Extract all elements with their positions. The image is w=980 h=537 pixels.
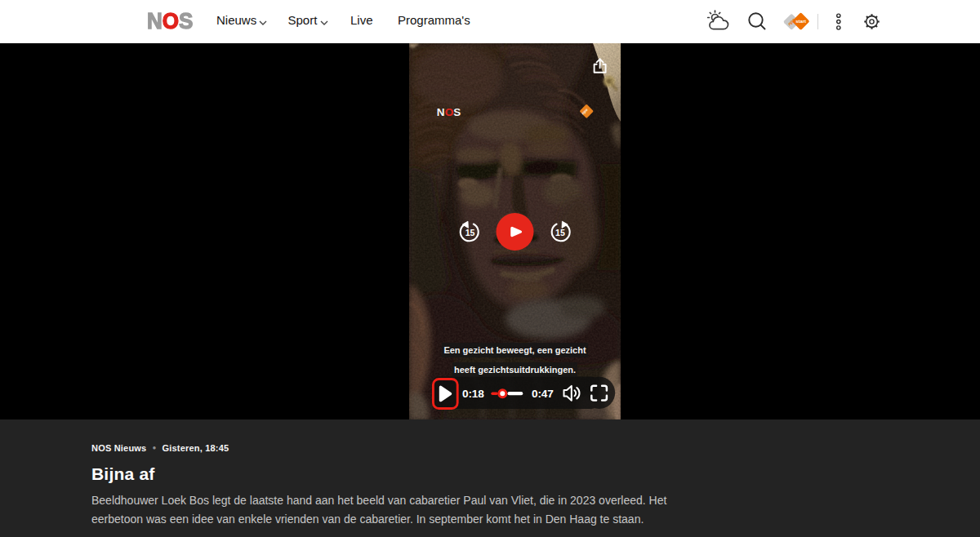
svg-text:15: 15 [466, 228, 475, 237]
svg-text:15: 15 [555, 228, 565, 237]
svg-text:0:47: 0:47 [532, 388, 553, 400]
svg-text:start: start [795, 19, 806, 24]
svg-text:NOS: NOS [437, 106, 461, 118]
svg-text:0:18: 0:18 [462, 388, 484, 400]
